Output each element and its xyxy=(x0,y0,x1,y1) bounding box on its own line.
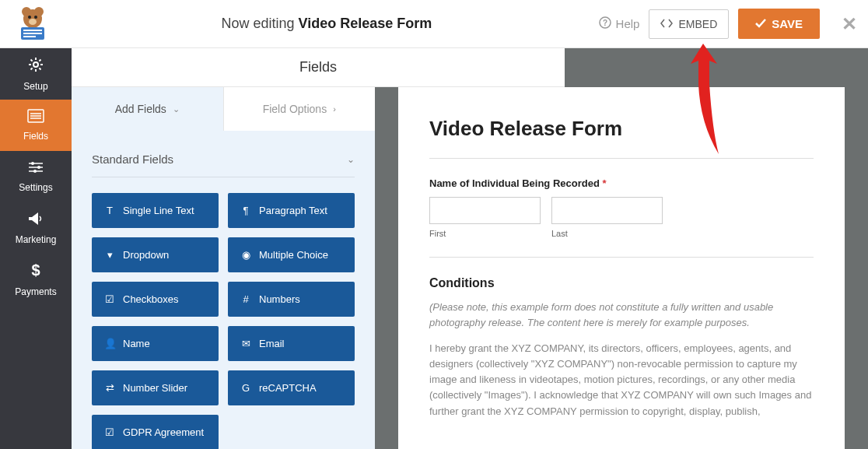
field-single-line-text[interactable]: TSingle Line Text xyxy=(92,193,219,228)
sliders-icon xyxy=(27,160,44,178)
svg-rect-7 xyxy=(23,30,42,31)
email-icon: ✉ xyxy=(240,338,251,349)
help-link[interactable]: ? Help xyxy=(599,16,640,31)
chevron-down-icon: ⌄ xyxy=(347,154,355,165)
field-checkboxes[interactable]: ☑Checkboxes xyxy=(92,282,219,317)
field-email[interactable]: ✉Email xyxy=(228,326,355,361)
page-title: Now editing Video Release Form xyxy=(54,16,599,32)
svg-rect-9 xyxy=(23,36,36,37)
last-sublabel: Last xyxy=(551,229,663,238)
user-icon: 👤 xyxy=(104,338,115,349)
dropdown-icon: ▾ xyxy=(104,249,115,261)
form-preview-area: Video Release Form Name of Individual Be… xyxy=(375,48,868,449)
first-name-input[interactable] xyxy=(429,197,541,224)
field-recaptcha[interactable]: GreCAPTCHA xyxy=(228,370,355,405)
svg-text:?: ? xyxy=(603,19,607,27)
field-multiple-choice[interactable]: ◉Multiple Choice xyxy=(228,237,355,272)
section-title: Fields xyxy=(72,48,565,87)
svg-rect-8 xyxy=(23,33,42,34)
form-title: Video Release Form xyxy=(429,117,814,159)
conditions-text: I hereby grant the XYZ COMPANY, its dire… xyxy=(429,341,814,419)
conditions-title: Conditions xyxy=(429,276,814,290)
last-name-input[interactable] xyxy=(551,197,663,224)
leftnav-payments[interactable]: $ Payments xyxy=(0,254,72,305)
chevron-right-icon: › xyxy=(333,104,336,114)
radio-icon: ◉ xyxy=(240,249,251,261)
leftnav-settings[interactable]: Settings xyxy=(0,151,72,202)
bullhorn-icon xyxy=(27,211,44,230)
svg-point-12 xyxy=(33,62,38,67)
help-icon: ? xyxy=(599,16,611,31)
leftnav: Setup Fields Settings Marketing $ Paymen… xyxy=(0,48,72,449)
svg-point-18 xyxy=(31,162,34,165)
svg-point-4 xyxy=(34,16,37,19)
leftnav-setup[interactable]: Setup xyxy=(0,48,72,100)
check-icon xyxy=(755,17,766,30)
slider-icon: ⇄ xyxy=(104,382,115,394)
tab-add-fields[interactable]: Add Fields ⌄ xyxy=(72,87,223,131)
field-numbers[interactable]: #Numbers xyxy=(228,282,355,317)
chevron-down-icon: ⌄ xyxy=(173,104,180,114)
leftnav-fields[interactable]: Fields xyxy=(0,100,72,151)
conditions-note: (Please note, this example form does not… xyxy=(429,300,814,330)
name-field-label: Name of Individual Being Recorded * xyxy=(429,177,814,189)
dollar-icon: $ xyxy=(30,261,41,282)
check-icon: ☑ xyxy=(104,426,115,438)
paragraph-icon: ¶ xyxy=(240,205,251,216)
save-button[interactable]: SAVE xyxy=(738,9,820,39)
standard-fields-header[interactable]: Standard Fields ⌄ xyxy=(92,145,355,177)
list-icon xyxy=(27,109,44,127)
svg-point-5 xyxy=(29,19,37,25)
close-icon[interactable]: ✕ xyxy=(842,13,857,35)
leftnav-marketing[interactable]: Marketing xyxy=(0,202,72,254)
field-number-slider[interactable]: ⇄Number Slider xyxy=(92,370,219,405)
google-icon: G xyxy=(240,382,251,394)
svg-point-22 xyxy=(33,170,37,173)
field-dropdown[interactable]: ▾Dropdown xyxy=(92,237,219,272)
text-icon: T xyxy=(104,205,115,216)
tab-field-options[interactable]: Field Options › xyxy=(223,87,376,131)
gear-icon xyxy=(27,56,44,77)
hash-icon: # xyxy=(240,293,251,305)
app-logo xyxy=(11,6,54,42)
field-gdpr[interactable]: ☑GDPR Agreement xyxy=(92,415,219,449)
checkbox-icon: ☑ xyxy=(104,293,115,305)
svg-point-3 xyxy=(28,16,31,19)
field-paragraph-text[interactable]: ¶Paragraph Text xyxy=(228,193,355,228)
svg-text:$: $ xyxy=(31,261,40,279)
code-icon xyxy=(660,18,673,30)
embed-button[interactable]: EMBED xyxy=(649,9,729,39)
first-sublabel: First xyxy=(429,229,541,238)
svg-point-20 xyxy=(37,166,40,169)
field-name[interactable]: 👤Name xyxy=(92,326,219,361)
